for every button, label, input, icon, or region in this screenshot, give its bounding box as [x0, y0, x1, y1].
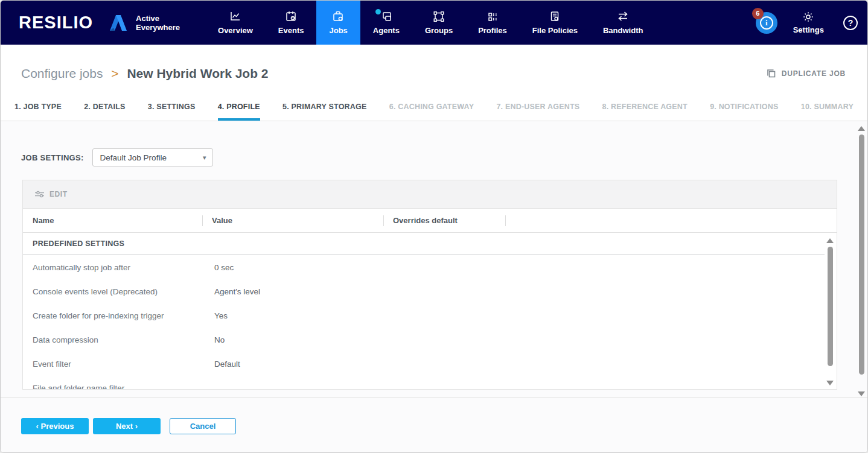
tab-primary-storage[interactable]: 5. PRIMARY STORAGE: [282, 92, 367, 121]
chart-icon: [229, 11, 241, 23]
active-everywhere-logo: Active Everywhere: [106, 12, 180, 34]
job-profile-selected-value: Default Job Profile: [100, 153, 167, 162]
nav-item-groups[interactable]: Groups: [412, 1, 465, 45]
scroll-up-arrow[interactable]: [826, 238, 834, 243]
column-header-value[interactable]: Value: [202, 209, 383, 232]
notifications-button[interactable]: 6 i: [756, 12, 777, 34]
profiles-icon: [487, 11, 499, 23]
tab-caching-gateway: 6. CACHING GATEWAY: [389, 92, 474, 121]
page-header: Configure jobs > New Hybrid Work Job 2 D…: [1, 45, 867, 121]
scroll-down-arrow[interactable]: [858, 391, 865, 396]
wizard-footer: ‹ Previous Next › Cancel: [1, 398, 867, 452]
file-policies-icon: [549, 11, 560, 23]
tab-notifications: 9. NOTIFICATIONS: [710, 92, 778, 121]
nav-item-overview[interactable]: Overview: [205, 1, 266, 45]
agents-status-dot: [375, 9, 381, 14]
breadcrumb: Configure jobs > New Hybrid Work Job 2: [21, 66, 269, 81]
tab-settings[interactable]: 3. SETTINGS: [148, 92, 196, 121]
bandwidth-arrows-icon: [616, 11, 630, 23]
app-window: RESILIO Active Everywhere Overview: [0, 0, 868, 453]
info-icon: i: [760, 16, 773, 30]
job-settings-label: JOB SETTINGS:: [21, 153, 84, 162]
nav-item-jobs[interactable]: Jobs: [316, 1, 360, 45]
active-everywhere-label: Active Everywhere: [136, 14, 180, 32]
help-icon[interactable]: ?: [843, 16, 858, 30]
table-toolbar: EDIT: [23, 180, 837, 209]
page-title: New Hybrid Work Job 2: [127, 66, 268, 80]
column-header-blank: [505, 209, 837, 232]
cancel-button[interactable]: Cancel: [170, 418, 236, 434]
column-header-overrides[interactable]: Overrides default: [383, 209, 505, 232]
top-navbar: RESILIO Active Everywhere Overview: [1, 1, 867, 45]
scroll-up-arrow[interactable]: [858, 126, 865, 131]
table-row[interactable]: File and folder name filter: [23, 376, 837, 390]
table-row[interactable]: Event filter Default: [23, 352, 837, 376]
table-row[interactable]: Automatically stop job after 0 sec: [23, 255, 837, 279]
resilio-wordmark: RESILIO: [19, 13, 93, 33]
page-scrollbar-thumb[interactable]: [859, 135, 864, 375]
briefcase-gear-icon: [332, 11, 345, 23]
section-header-predefined-settings: PREDEFINED SETTINGS: [23, 233, 825, 255]
active-everywhere-icon: [106, 12, 130, 34]
duplicate-job-button[interactable]: DUPLICATE JOB: [767, 69, 846, 78]
profile-settings-table: EDIT Name Value Overrides default PREDEF…: [22, 180, 837, 390]
chevron-down-icon: ▾: [203, 154, 206, 162]
duplicate-icon: [767, 69, 776, 78]
edit-button[interactable]: EDIT: [34, 190, 68, 198]
tab-job-type[interactable]: 1. JOB TYPE: [14, 92, 62, 121]
table-scrollbar-thumb[interactable]: [828, 247, 833, 366]
nav-item-profiles[interactable]: Profiles: [465, 1, 520, 45]
nav-item-bandwidth[interactable]: Bandwidth: [590, 1, 656, 45]
table-row[interactable]: Create folder for pre-indexing trigger Y…: [23, 303, 837, 328]
sliders-icon: [34, 190, 45, 198]
wizard-content: JOB SETTINGS: Default Job Profile ▾ EDIT…: [1, 121, 867, 398]
previous-button[interactable]: ‹ Previous: [21, 418, 89, 434]
scroll-down-arrow[interactable]: [826, 381, 834, 385]
groups-icon: [433, 11, 445, 23]
navbar-right-cluster: 6 i Settings ?: [756, 11, 867, 34]
nav-item-events[interactable]: Events: [266, 1, 317, 45]
tab-summary: 10. SUMMARY: [801, 92, 854, 121]
wizard-steps: 1. JOB TYPE 2. DETAILS 3. SETTINGS 4. PR…: [1, 92, 867, 121]
table-body: PREDEFINED SETTINGS Automatically stop j…: [23, 233, 837, 390]
nav-item-agents[interactable]: Agents: [360, 1, 412, 45]
table-scrollbar: [826, 238, 834, 385]
job-profile-select[interactable]: Default Job Profile ▾: [92, 148, 213, 166]
next-button[interactable]: Next ›: [93, 418, 161, 434]
tab-details[interactable]: 2. DETAILS: [84, 92, 125, 121]
tab-reference-agent: 8. REFERENCE AGENT: [602, 92, 688, 121]
table-row[interactable]: Console events level (Deprecated) Agent'…: [23, 279, 837, 303]
breadcrumb-separator: >: [111, 66, 118, 80]
table-header-row: Name Value Overrides default: [23, 209, 837, 233]
notification-badge: 6: [752, 8, 764, 19]
breadcrumb-configure-jobs-link[interactable]: Configure jobs: [21, 66, 103, 80]
tab-end-user-agents: 7. END-USER AGENTS: [496, 92, 579, 121]
gear-icon: [802, 11, 814, 23]
nav-menu: Overview Events Jobs: [205, 1, 656, 45]
page-scrollbar: [858, 126, 865, 396]
nav-item-settings[interactable]: Settings: [793, 11, 824, 34]
calendar-icon: [285, 11, 297, 23]
column-header-name[interactable]: Name: [23, 209, 202, 232]
tab-profile[interactable]: 4. PROFILE: [218, 92, 260, 121]
table-row[interactable]: Data compression No: [23, 328, 837, 352]
agents-monitors-icon: [380, 11, 392, 23]
nav-item-file-policies[interactable]: File Policies: [520, 1, 590, 45]
